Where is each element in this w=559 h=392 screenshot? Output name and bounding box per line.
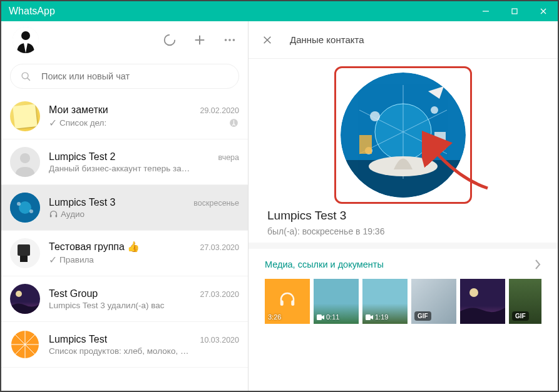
window-controls [471, 1, 558, 21]
chat-name: Test Group [49, 288, 98, 299]
check-icon: ✓ [49, 254, 57, 266]
svg-point-11 [19, 201, 31, 214]
chat-name: Lumpics Test 2 [49, 151, 115, 163]
chat-preview: Правила [59, 255, 94, 264]
media-section: Медиа, ссылки и документы 3:26 0:11 1:19 [249, 243, 558, 335]
contact-avatar[interactable] [341, 73, 466, 198]
menu-icon[interactable] [223, 33, 237, 47]
media-thumb-gif[interactable]: GIF [509, 279, 541, 324]
contact-name: Lumpics Test 3 [267, 209, 346, 223]
app-window: WhatsApp [0, 0, 559, 392]
svg-rect-33 [291, 300, 294, 306]
contact-panel: Данные контакта [249, 21, 558, 391]
svg-point-13 [29, 209, 33, 213]
svg-rect-17 [20, 256, 28, 262]
media-thumbnails: 3:26 0:11 1:19 GIF [265, 279, 541, 324]
svg-point-18 [16, 291, 22, 297]
media-thumb-video[interactable]: 0:11 [314, 279, 359, 324]
chat-preview: Аудио [61, 209, 85, 219]
chat-preview: Данный бизнес-аккаунт теперь за… [49, 164, 190, 173]
chat-item[interactable]: Тестовая группа 👍27.03.2020 ✓Правила [1, 231, 248, 276]
search-box[interactable] [10, 64, 239, 89]
chat-time: воскресенье [193, 199, 239, 208]
new-chat-icon[interactable] [193, 33, 207, 47]
status-icon[interactable] [163, 33, 177, 47]
chat-preview: Список продуктов: хлеб, молоко, … [49, 346, 188, 356]
chat-name: Lumpics Test [49, 334, 107, 345]
chat-preview: Список дел: [59, 118, 106, 128]
close-button[interactable] [529, 1, 558, 21]
window-title: WhatsApp [9, 6, 55, 17]
chat-name: Lumpics Test 3 [49, 197, 115, 208]
svg-point-12 [17, 202, 21, 206]
svg-point-2 [21, 31, 30, 40]
close-panel-button[interactable] [262, 35, 272, 45]
svg-point-7 [22, 73, 28, 79]
svg-rect-16 [18, 244, 30, 256]
svg-point-3 [165, 35, 175, 46]
svg-point-4 [225, 39, 227, 41]
svg-rect-32 [280, 300, 284, 306]
sidebar: Мои заметки29.02.2020 ✓ Список дел: Lump… [1, 21, 249, 391]
svg-rect-34 [317, 314, 322, 320]
minimize-button[interactable] [471, 1, 500, 21]
svg-rect-31 [434, 132, 446, 149]
headphones-icon [278, 290, 297, 309]
sidebar-header [1, 21, 248, 59]
svg-rect-15 [56, 214, 58, 217]
media-section-title: Медиа, ссылки и документы [265, 259, 384, 269]
media-thumb-audio[interactable]: 3:26 [265, 279, 310, 324]
headphones-icon [49, 209, 58, 219]
chat-item[interactable]: Lumpics Test10.03.2020 Список продуктов:… [1, 322, 248, 368]
svg-rect-35 [366, 314, 371, 320]
search-input[interactable] [41, 71, 228, 81]
chat-list[interactable]: Мои заметки29.02.2020 ✓ Список дел: Lump… [1, 94, 248, 391]
media-thumb-video[interactable]: 1:19 [362, 279, 408, 324]
chat-time: вчера [218, 153, 239, 162]
pin-icon [228, 118, 239, 128]
chat-time: 29.02.2020 [200, 106, 239, 115]
svg-point-36 [469, 288, 478, 297]
svg-point-9 [20, 153, 30, 163]
chat-item[interactable]: Lumpics Test 2вчера Данный бизнес-аккаун… [1, 139, 248, 185]
check-icon: ✓ [49, 117, 57, 129]
svg-rect-14 [50, 214, 52, 217]
contact-panel-header: Данные контакта [249, 21, 558, 59]
chat-time: 27.03.2020 [200, 243, 239, 252]
search-wrap [1, 59, 248, 94]
contact-panel-title: Данные контакта [290, 34, 364, 45]
media-section-header[interactable]: Медиа, ссылки и документы [265, 259, 541, 270]
chat-preview: Lumpics Test 3 удалил(-а) вас [49, 301, 165, 310]
chat-name: Тестовая группа 👍 [49, 241, 140, 253]
search-icon [21, 71, 31, 82]
media-thumb-image[interactable] [460, 279, 505, 324]
media-thumb-gif[interactable]: GIF [411, 279, 456, 324]
chat-time: 27.03.2020 [200, 290, 239, 299]
chat-item[interactable]: Мои заметки29.02.2020 ✓ Список дел: [1, 94, 248, 139]
svg-point-6 [233, 39, 235, 41]
chat-time: 10.03.2020 [200, 336, 239, 344]
svg-rect-0 [512, 9, 517, 14]
contact-profile: Lumpics Test 3 был(-а): воскресенье в 19… [249, 59, 558, 243]
chat-item[interactable]: Test Group27.03.2020 Lumpics Test 3 удал… [1, 276, 248, 322]
svg-rect-30 [359, 135, 372, 154]
svg-point-5 [228, 39, 231, 41]
chat-item[interactable]: Lumpics Test 3воскресенье Аудио [1, 185, 248, 231]
my-avatar[interactable] [13, 27, 39, 53]
contact-last-seen: был(-а): воскресенье в 19:36 [267, 226, 384, 236]
chat-name: Мои заметки [49, 104, 108, 116]
titlebar: WhatsApp [1, 1, 558, 21]
svg-point-26 [431, 106, 438, 114]
chevron-right-icon [534, 259, 541, 270]
maximize-button[interactable] [500, 1, 529, 21]
